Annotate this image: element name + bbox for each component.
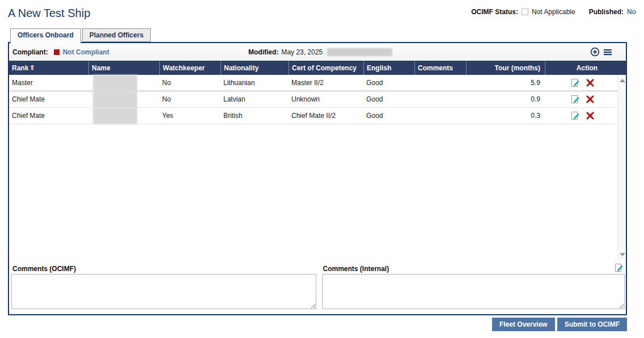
column-header-rank[interactable]: Rank ⇧: [9, 61, 88, 75]
cell-english: Good: [363, 108, 414, 124]
cell-tour: 0.9: [466, 91, 545, 107]
column-header-comments[interactable]: Comments: [414, 61, 466, 75]
comments-internal-textarea[interactable]: [322, 274, 625, 309]
edit-icon[interactable]: [571, 111, 580, 120]
column-header-tour[interactable]: Tour (months): [466, 61, 545, 75]
cell-watchkeeper: No: [159, 75, 221, 91]
grid-body: Master No Lithuanian Master II/2 Good 5.…: [9, 75, 617, 124]
redacted-name: [93, 108, 137, 124]
column-header-watchkeeper[interactable]: Watchkeeper: [159, 61, 221, 75]
cell-tour: 0.3: [466, 108, 545, 124]
published-value: No: [627, 8, 636, 16]
edit-icon[interactable]: [615, 263, 624, 272]
edit-icon[interactable]: [571, 78, 580, 87]
cell-nationality: Latvian: [221, 91, 289, 107]
column-header-name[interactable]: Name: [88, 61, 159, 75]
published-label: Published:: [589, 8, 624, 16]
edit-icon[interactable]: [571, 95, 580, 104]
table-row[interactable]: Master No Lithuanian Master II/2 Good 5.…: [9, 75, 617, 91]
ocimf-status-label: OCIMF Status:: [471, 8, 518, 16]
add-circle-icon[interactable]: [590, 47, 600, 57]
tab-officers-onboard[interactable]: Officers Onboard: [10, 28, 81, 44]
vertical-scrollbar[interactable]: [617, 75, 626, 260]
cell-comments: [414, 75, 466, 91]
cell-cert: Unknown: [289, 91, 363, 107]
submit-to-ocimf-button[interactable]: Submit to OCIMF: [557, 318, 627, 331]
officers-grid: Rank ⇧ Name Watchkeeper Nationality Cert…: [9, 61, 626, 260]
cell-watchkeeper: No: [159, 91, 221, 107]
modified-group: Modified: May 23, 2025: [248, 43, 392, 61]
delete-icon[interactable]: [586, 111, 595, 120]
page-title: A New Test Ship: [8, 7, 90, 20]
tab-planned-officers[interactable]: Planned Officers: [82, 28, 151, 42]
cell-cert: Chief Mate II/2: [289, 108, 363, 124]
comments-internal-block: Comments (Internal): [322, 263, 625, 311]
compliant-group: Compliant: Not Compliant: [12, 48, 109, 56]
action-icons: [548, 95, 617, 104]
table-row[interactable]: Chief Mate Yes British Chief Mate II/2 G…: [9, 108, 617, 124]
toolbar-icons: [590, 43, 612, 61]
redacted-name: [93, 75, 137, 91]
ocimf-status-value: Not Applicable: [532, 8, 575, 16]
redacted-name: [93, 91, 137, 108]
menu-icon[interactable]: [603, 47, 612, 57]
comments-ocimf-label: Comments (OCIMF): [11, 263, 316, 274]
compliant-label: Compliant:: [12, 48, 48, 56]
redacted-modified-user: [327, 48, 392, 56]
cell-nationality: British: [221, 108, 289, 124]
footer-actions: Fleet Overview Submit to OCIMF: [0, 318, 627, 331]
cell-rank: Master: [9, 75, 88, 91]
modified-value: May 23, 2025: [281, 48, 323, 56]
cell-rank: Chief Mate: [9, 108, 88, 124]
top-bar: A New Test Ship OCIMF Status: Not Applic…: [0, 0, 644, 28]
delete-icon[interactable]: [586, 95, 595, 104]
comments-ocimf-block: Comments (OCIMF): [11, 263, 316, 311]
cell-english: Good: [363, 75, 414, 91]
scroll-up-arrow[interactable]: [620, 79, 625, 82]
column-header-cert[interactable]: Cert of Competency: [289, 61, 363, 75]
comments-ocimf-textarea[interactable]: [11, 274, 316, 309]
cell-cert: Master II/2: [289, 75, 363, 91]
grid-header: Rank ⇧ Name Watchkeeper Nationality Cert…: [9, 61, 626, 75]
tab-bar: Officers Onboard Planned Officers: [10, 28, 644, 42]
action-icons: [548, 111, 617, 120]
delete-icon[interactable]: [586, 78, 595, 87]
cell-action: [545, 108, 617, 124]
column-header-english[interactable]: English: [363, 61, 414, 75]
cell-name: [88, 108, 159, 124]
sort-ascending-icon: ⇧: [29, 64, 35, 71]
officers-panel: Compliant: Not Compliant Modified: May 2…: [8, 42, 627, 315]
compliant-value: Not Compliant: [63, 48, 109, 56]
cell-nationality: Lithuanian: [221, 75, 289, 91]
column-header-nationality[interactable]: Nationality: [221, 61, 289, 75]
cell-comments: [414, 108, 466, 124]
action-icons: [548, 78, 617, 87]
cell-action: [545, 91, 617, 107]
status-cluster: OCIMF Status: Not Applicable Published: …: [471, 8, 636, 16]
panel-toolbar: Compliant: Not Compliant Modified: May 2…: [9, 43, 626, 61]
cell-name: [88, 91, 159, 107]
modified-label: Modified:: [248, 48, 278, 56]
scroll-down-arrow[interactable]: [620, 253, 625, 256]
grid-body-wrap: Master No Lithuanian Master II/2 Good 5.…: [9, 75, 626, 260]
not-compliant-status-icon: [54, 49, 60, 55]
cell-tour: 5.9: [466, 75, 545, 91]
cell-comments: [414, 91, 466, 107]
fleet-overview-button[interactable]: Fleet Overview: [492, 318, 555, 331]
cell-action: [545, 75, 617, 91]
not-applicable-checkbox[interactable]: [522, 9, 528, 15]
column-header-action[interactable]: Action: [545, 61, 626, 75]
cell-name: [88, 75, 159, 91]
table-row[interactable]: Chief Mate No Latvian Unknown Good 0.9: [9, 91, 617, 108]
cell-watchkeeper: Yes: [159, 108, 221, 124]
cell-english: Good: [363, 91, 414, 107]
comments-internal-label: Comments (Internal): [322, 263, 625, 274]
cell-rank: Chief Mate: [9, 91, 88, 107]
comments-section: Comments (OCIMF) Comments (Internal): [9, 263, 626, 311]
